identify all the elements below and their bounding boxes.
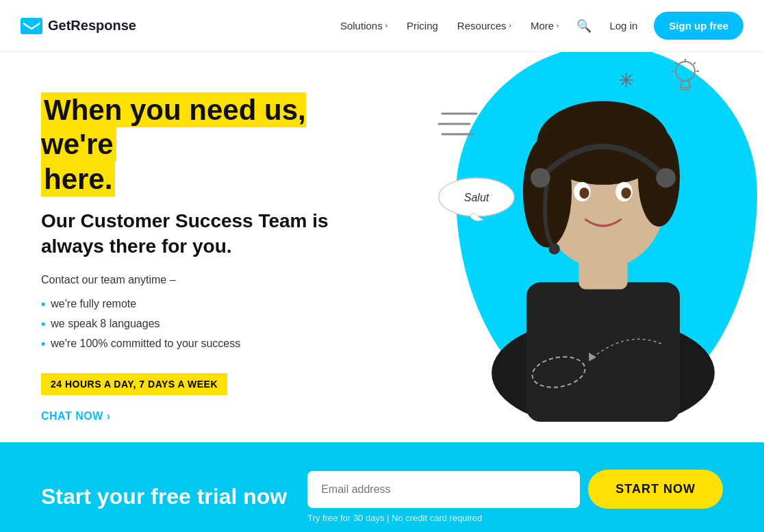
cta-note: Try free for 30 days | No credit card re… xyxy=(307,513,723,523)
hero-subheadline: Our Customer Success Team is always ther… xyxy=(41,209,383,259)
hero-section: When you need us, we're here. Our Custom… xyxy=(0,52,764,442)
svg-line-21 xyxy=(693,62,696,64)
nav-link-solutions[interactable]: Solutions › xyxy=(333,14,394,37)
chat-now-link[interactable]: CHAT NOW › xyxy=(41,410,111,422)
contact-intro: Contact our team anytime – xyxy=(41,274,383,286)
motion-lines-decoration xyxy=(435,107,490,151)
nav-item-more[interactable]: More › xyxy=(524,14,566,37)
chevron-down-icon: › xyxy=(385,22,387,29)
nav-search[interactable]: 🔍 xyxy=(571,13,597,39)
email-input[interactable] xyxy=(307,471,580,508)
svg-rect-0 xyxy=(21,18,42,34)
nav-login[interactable]: Log in xyxy=(602,14,644,37)
cta-section: Start your free trial now START NOW Try … xyxy=(0,442,764,532)
bullet-item-2: we speak 8 languages xyxy=(41,314,383,334)
bullet-list: we're fully remote we speak 8 languages … xyxy=(41,294,383,354)
hero-headline: When you need us, we're here. xyxy=(41,93,383,197)
nav-item-solutions[interactable]: Solutions › xyxy=(333,14,394,37)
svg-line-22 xyxy=(675,62,677,64)
svg-marker-27 xyxy=(586,351,596,361)
logo-text: GetResponse xyxy=(48,18,136,34)
svg-point-14 xyxy=(656,168,676,188)
nav-links: Solutions › Pricing Resources › More › 🔍 xyxy=(333,12,743,40)
speech-bubble: Salut xyxy=(435,175,518,229)
login-link[interactable]: Log in xyxy=(602,14,644,37)
search-icon: 🔍 xyxy=(576,19,591,33)
svg-text:Salut: Salut xyxy=(464,192,489,203)
nav-link-pricing[interactable]: Pricing xyxy=(400,14,445,37)
nav-link-resources[interactable]: Resources › xyxy=(450,14,518,37)
lightbulb-decoration xyxy=(672,59,699,99)
navbar: GetResponse Solutions › Pricing Resource… xyxy=(0,0,764,52)
chevron-down-icon: › xyxy=(509,22,511,29)
cta-form: START NOW Try free for 30 days | No cred… xyxy=(307,470,723,523)
nav-link-more[interactable]: More › xyxy=(524,14,566,37)
hero-image-area: ✳ Salut xyxy=(394,52,764,442)
start-now-button[interactable]: START NOW xyxy=(588,470,723,509)
nav-item-pricing[interactable]: Pricing xyxy=(400,14,445,37)
nav-item-resources[interactable]: Resources › xyxy=(450,14,518,37)
svg-point-10 xyxy=(579,188,589,199)
cta-title: Start your free trial now xyxy=(41,484,287,509)
hero-text: When you need us, we're here. Our Custom… xyxy=(41,93,383,422)
signup-link[interactable]: Sign up free xyxy=(654,12,743,40)
nav-signup[interactable]: Sign up free xyxy=(650,12,743,40)
logo[interactable]: GetResponse xyxy=(21,18,136,34)
logo-icon xyxy=(21,18,42,34)
chevron-down-icon: › xyxy=(557,22,559,29)
svg-point-12 xyxy=(549,243,560,254)
headline-highlight-1: When you need us, we're xyxy=(41,92,306,162)
bullet-item-1: we're fully remote xyxy=(41,294,383,314)
cta-input-row: START NOW xyxy=(307,470,723,509)
headline-highlight-2: here. xyxy=(41,162,115,197)
bullet-item-3: we're 100% committed to your success xyxy=(41,334,383,354)
dashed-arrow-decoration xyxy=(586,337,668,374)
star-decoration: ✳ xyxy=(618,69,634,92)
svg-point-18 xyxy=(676,62,695,81)
search-button[interactable]: 🔍 xyxy=(571,13,597,39)
svg-point-11 xyxy=(621,188,631,199)
svg-point-13 xyxy=(531,168,550,188)
availability-badge: 24 HOURS A DAY, 7 DAYS A WEEK xyxy=(41,373,227,395)
